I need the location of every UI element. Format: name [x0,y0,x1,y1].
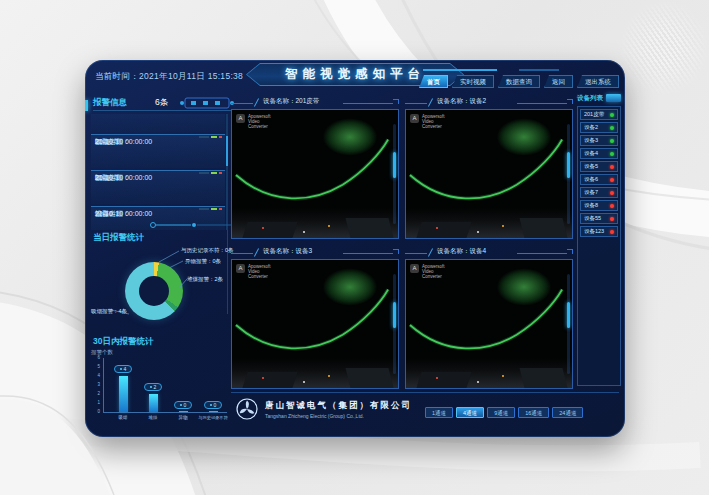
machine-silhouette [346,218,394,238]
status-dot-offline [610,204,614,208]
status-dot-online [610,113,614,117]
apowersoft-icon: A [236,114,245,123]
video-feed[interactable]: A ApowersoftVideo Converter [405,259,573,389]
machine-silhouette [243,372,298,388]
nav-exit-button[interactable]: 退出系统 [577,75,619,88]
device-row[interactable]: 设备8 [580,200,618,211]
status-dot-offline [610,217,614,221]
device-list-badge[interactable] [606,94,621,102]
video-scrollbar-thumb[interactable] [393,152,396,178]
alarm-list-item[interactable]: 设备名称：201皮带 报警类型：吸烟 报警时间：21-10-10 01:00:0… [91,114,225,132]
company-name-en: Tangshan Zhicheng Electric (Group) Co.,L… [265,413,412,419]
bar-chart-y-axis [103,358,104,412]
alarm-panel-header: 报警信息 6条 [93,97,231,111]
bar-category-label: 堆煤 [136,415,170,420]
apowersoft-icon: A [410,264,419,273]
channel-buttons: 1通道 4通道 9通道 16通道 24通道 [425,407,583,418]
apowersoft-icon: A [236,264,245,273]
device-row[interactable]: 设备3 [580,135,618,146]
bar-value-label: 2 [144,383,162,391]
status-dot-online [610,126,614,130]
y-tick: 3 [87,382,100,387]
video-scrollbar-thumb[interactable] [567,302,570,328]
alarm-list-scrollbar[interactable] [226,114,228,230]
video-device-title: 设备名称：201皮带 [263,97,319,106]
device-list: 201皮带 设备2 设备3 设备4 设备5 设备6 设备7 设备8 设备55 设… [577,106,621,386]
bar-chart-x-axis [103,412,227,413]
indicator-light [436,227,438,229]
device-row[interactable]: 设备7 [580,187,618,198]
bar-category-label: 吸烟 [106,415,140,420]
video-panel-3: 设备名称：设备3 A ApowersoftVideo Converter [231,246,399,390]
bar-coal-pile [149,394,158,412]
company-brand: 唐山智诚电气（集团）有限公司 Tangshan Zhicheng Electri… [235,397,412,421]
machine-silhouette [243,222,298,238]
alarm-severity-indicator [199,136,222,138]
channel-24-button[interactable]: 24通道 [552,407,583,418]
video-panel-1: 设备名称：201皮带 A ApowersoftVideo Converter [231,96,399,240]
bar-smoking [119,376,128,412]
video-feed[interactable]: A ApowersoftVideo Converter [231,259,399,389]
y-tick: 4 [87,373,100,378]
video-panel-header: 设备名称：设备4 [405,246,573,259]
donut-label-foreign-object: 异物报警：0条 [185,258,221,265]
nav-back-button[interactable]: 返回 [544,75,573,88]
status-dot-offline [610,165,614,169]
video-feed[interactable]: A ApowersoftVideo Converter [405,109,573,239]
video-panel-2: 设备名称：设备2 A ApowersoftVideo Converter [405,96,573,240]
footer-divider [231,392,619,393]
device-row[interactable]: 设备4 [580,148,618,159]
today-alarm-donut-chart: 与历史记录不符：0条 异物报警：0条 堆煤报警：2条 吸烟报警：4条 [89,246,239,338]
donut-label-smoking: 吸烟报警：4条 [91,308,127,315]
edge-accent-tag [85,100,88,111]
device-row[interactable]: 设备55 [580,213,618,224]
channel-9-button[interactable]: 9通道 [487,407,515,418]
indicator-light [262,377,264,379]
main-nav: 首页 实时视频 数据查询 返回 退出系统 [419,75,619,88]
video-feed[interactable]: A ApowersoftVideo Converter [231,109,399,239]
video-panel-header: 设备名称：设备3 [231,246,399,259]
donut-label-history-mismatch: 与历史记录不符：0条 [181,247,234,254]
month-stats-title: 30日内报警统计 [93,336,153,348]
device-list-panel: 设备列表 201皮带 设备2 设备3 设备4 设备5 设备6 设备7 设备8 设… [577,94,621,390]
indicator-light [262,227,264,229]
video-scrollbar-thumb[interactable] [393,302,396,328]
device-row[interactable]: 201皮带 [580,109,618,120]
device-row[interactable]: 设备2 [580,122,618,133]
status-dot-online [610,152,614,156]
alarm-panel-title: 报警信息 [93,97,127,109]
nav-live-video-button[interactable]: 实时视频 [452,75,494,88]
device-list-title: 设备列表 [577,94,603,103]
dashboard: 当前时间：2021年10月11日 15:15:38 智能视觉感知平台 首页 实时… [85,60,625,437]
alarm-severity-indicator [199,172,222,174]
nav-home-button[interactable]: 首页 [419,75,448,88]
current-time: 当前时间：2021年10月11日 15:15:38 [95,71,243,83]
status-dot-online [610,139,614,143]
bar-value-label: 0 [204,401,222,409]
device-row[interactable]: 设备5 [580,161,618,172]
company-name-cn: 唐山智诚电气（集团）有限公司 [265,400,412,412]
alarm-list-item[interactable]: 设备名称：201皮带 报警类型：吸烟 报警时间：21-10-10 00:00:0… [91,134,225,168]
device-row[interactable]: 设备6 [580,174,618,185]
channel-4-button[interactable]: 4通道 [456,407,484,418]
machine-silhouette [417,372,472,388]
device-row[interactable]: 设备123 [580,226,618,237]
watermark: A ApowersoftVideo Converter [236,114,248,123]
alarm-list-item[interactable]: 设备名称：201皮带 报警类型：吸烟 报警时间：21-10-10 00:00:0… [91,170,225,204]
channel-1-button[interactable]: 1通道 [425,407,453,418]
watermark: A ApowersoftVideo Converter [236,264,248,273]
circuit-line-decoration [147,218,237,232]
video-panel-4: 设备名称：设备4 A ApowersoftVideo Converter [405,246,573,390]
channel-16-button[interactable]: 16通道 [518,407,549,418]
apowersoft-icon: A [410,114,419,123]
video-panel-header: 设备名称：设备2 [405,96,573,109]
donut-label-coal-pile: 堆煤报警：2条 [187,276,223,283]
bar-history-mismatch [209,411,218,412]
alarm-list: 设备名称：201皮带 报警类型：吸烟 报警时间：21-10-10 01:00:0… [91,114,225,230]
nav-data-query-button[interactable]: 数据查询 [498,75,540,88]
today-stats-title: 当日报警统计 [93,232,144,244]
y-tick: 5 [87,364,100,369]
company-logo-icon [235,397,259,421]
indicator-light [436,377,438,379]
video-scrollbar-thumb[interactable] [567,152,570,178]
